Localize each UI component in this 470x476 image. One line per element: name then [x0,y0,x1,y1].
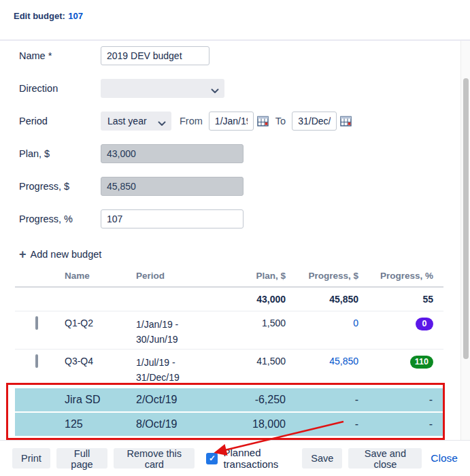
dialog-footer: Print Full page Remove this card ✓ Plann… [0,440,470,476]
budget-table: Name Period Plan, $ Progress, $ Progress… [15,268,443,388]
row-plan: 41,500 [204,356,286,367]
table-row: Q3-Q4 1/Jul/19 - 31/Dec/19 41,500 45,850… [15,350,443,388]
transaction-name: 125 [58,418,129,430]
row-progress-link[interactable]: 0 [353,318,358,328]
form-row-direction: Direction [19,79,470,98]
page-title: Edit budget: [14,11,65,21]
table-row: Q1-Q2 1/Jan/19 - 30/Jun/19 1,500 0 0 [15,311,443,350]
form-area: Name * Direction Period Last year From [0,41,470,440]
add-new-budget-label: Add new budget [31,249,102,260]
edit-budget-dialog: Edit budget: 107 Name * Direction Period… [0,0,470,476]
add-new-budget-button[interactable]: + Add new budget [19,249,128,260]
col-header-percent: Progress, % [358,271,443,281]
scrollbar-track[interactable] [460,41,470,440]
transaction-plan: 18,000 [204,418,286,430]
from-label: From [180,116,203,126]
dialog-header: Edit budget: 107 [0,0,470,41]
form-row-progress-amount: Progress, $ [19,177,470,196]
name-label: Name * [19,50,101,61]
col-header-plan: Plan, $ [204,271,286,281]
row-name: Q3-Q4 [58,356,129,367]
period-select-value: Last year [107,116,147,126]
transaction-row: Jira SD 2/Oct/19 -6,250 - - [15,388,443,411]
save-button[interactable]: Save [302,448,342,469]
close-link[interactable]: Close [431,452,458,464]
calendar-icon[interactable] [340,116,352,126]
transaction-percent: - [358,418,443,430]
transaction-name: Jira SD [58,394,129,406]
name-input[interactable] [101,46,209,65]
date-to-input[interactable] [292,112,337,131]
calendar-icon[interactable] [257,116,269,126]
form-row-name: Name * [19,46,470,65]
progress-percent-input[interactable] [101,209,244,228]
save-and-close-button[interactable]: Save and close [348,448,422,469]
transaction-period: 8/Oct/19 [129,418,204,430]
chevron-down-icon [158,118,166,129]
remove-card-button[interactable]: Remove this card [114,448,195,469]
form-row-period: Period Last year From To [19,112,470,131]
summary-percent: 55 [358,294,443,305]
to-label: To [275,116,286,126]
progress-amount-input [101,177,244,196]
date-from-input[interactable] [209,112,254,131]
progress-percent-label: Progress, % [19,214,101,224]
transaction-period: 2/Oct/19 [129,394,204,406]
row-progress-link[interactable]: 45,850 [329,356,358,367]
transaction-row: 125 8/Oct/19 18,000 - - [15,413,443,436]
summary-plan: 43,000 [204,294,286,305]
chevron-down-icon [211,85,219,96]
planned-transactions-label: Planned transactions [223,447,302,470]
plan-input [101,144,244,163]
highlight-annotation-box: Jira SD 2/Oct/19 -6,250 - - 125 8/Oct/19… [6,383,445,440]
row-checkbox[interactable] [35,354,38,368]
direction-select[interactable] [101,79,224,98]
row-checkbox[interactable] [35,316,38,330]
full-page-button[interactable]: Full page [56,448,107,469]
progress-badge: 110 [410,356,433,369]
transaction-progress: - [286,418,358,430]
progress-amount-label: Progress, $ [19,181,101,192]
summary-progress: 45,850 [286,294,358,305]
form-row-plan: Plan, $ [19,144,470,163]
budget-id: 107 [68,11,83,21]
transaction-progress: - [286,394,358,406]
planned-transactions-checkbox[interactable]: ✓ [206,453,218,464]
row-period: 1/Jan/19 - 30/Jun/19 [129,318,204,347]
table-header-row: Name Period Plan, $ Progress, $ Progress… [15,268,443,288]
row-period: 1/Jul/19 - 31/Dec/19 [129,356,204,385]
progress-badge: 0 [416,318,433,330]
col-header-period: Period [129,271,204,281]
print-button[interactable]: Print [12,448,50,469]
col-header-progress: Progress, $ [286,271,358,281]
transaction-percent: - [358,394,443,406]
transaction-plan: -6,250 [204,394,286,406]
plan-label: Plan, $ [19,148,101,159]
form-row-progress-percent: Progress, % [19,209,470,228]
scrollbar-thumb[interactable] [463,78,469,359]
plus-icon: + [19,249,27,260]
period-label: Period [19,116,101,126]
row-plan: 1,500 [204,318,286,328]
summary-row: 43,000 45,850 55 [15,288,443,311]
col-header-name: Name [58,271,129,281]
row-name: Q1-Q2 [58,318,129,328]
period-select[interactable]: Last year [101,112,171,131]
direction-label: Direction [19,83,101,94]
